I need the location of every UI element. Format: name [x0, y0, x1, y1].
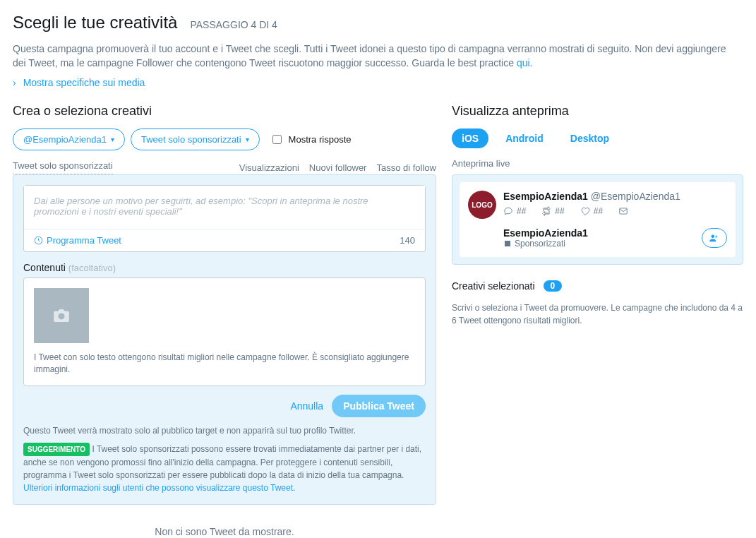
- account-dropdown[interactable]: @EsempioAzienda1 ▾: [13, 128, 125, 150]
- composer-panel: Programma Tweet 140 Contenuti (facoltati…: [13, 174, 436, 505]
- media-hint: I Tweet con solo testo ottengono risulta…: [34, 352, 415, 376]
- tweet-type-dropdown-label: Tweet solo sponsorizzati: [141, 134, 241, 145]
- account-dropdown-label: @EsempioAzienda1: [23, 134, 107, 145]
- chevron-right-icon: ›: [13, 77, 16, 88]
- reply-icon: [503, 206, 513, 216]
- preview-heading: Visualizza anteprima: [452, 104, 743, 119]
- external-icon: [503, 239, 512, 248]
- best-practices-link[interactable]: qui: [517, 57, 530, 68]
- tweet-textarea[interactable]: [24, 186, 425, 227]
- cancel-button[interactable]: Annulla: [290, 395, 323, 417]
- no-tweets-message: Non ci sono Tweet da mostrare.: [13, 505, 436, 538]
- publish-button[interactable]: Pubblica Tweet: [332, 395, 426, 417]
- show-replies-label: Mostra risposte: [289, 134, 352, 145]
- add-media-button[interactable]: [34, 288, 89, 343]
- preview-handle: @EsempioAzienda1: [591, 191, 680, 202]
- follow-button[interactable]: [702, 228, 727, 248]
- tip-link[interactable]: Ulteriori informazioni sugli utenti che …: [23, 483, 295, 493]
- contents-label: Contenuti: [23, 262, 66, 273]
- col-follow-rate[interactable]: Tasso di follow: [376, 162, 436, 173]
- preview-hint: Scrivi o seleziona i Tweet da promuovere…: [452, 301, 743, 327]
- live-preview-label: Anteprima live: [452, 158, 743, 169]
- description-text: Questa campagna promuoverà il tuo accoun…: [13, 43, 726, 68]
- page-title: Scegli le tue creatività: [13, 13, 177, 32]
- avatar: LOGO: [468, 191, 496, 219]
- retweet-action[interactable]: ##: [541, 206, 564, 216]
- svg-rect-1: [620, 208, 628, 214]
- selected-creatives-label: Creativi selezionati: [452, 280, 535, 292]
- schedule-tweet-link[interactable]: Programma Tweet: [34, 235, 121, 246]
- retweet-icon: [541, 206, 551, 216]
- page-description: Questa campagna promuoverà il tuo accoun…: [13, 42, 733, 70]
- chevron-down-icon: ▾: [246, 136, 249, 143]
- tab-ios[interactable]: iOS: [452, 128, 488, 148]
- sponsored-tag: Sponsorizzati: [515, 239, 565, 249]
- sponsored-name: EsempioAzienda1: [503, 227, 588, 239]
- tweet-preview: LOGO EsempioAzienda1 @EsempioAzienda1 ##…: [460, 182, 736, 257]
- chevron-down-icon: ▾: [111, 136, 114, 143]
- tab-android[interactable]: Android: [496, 128, 553, 148]
- tip-badge: SUGGERIMENTO: [23, 443, 90, 456]
- col-new-followers[interactable]: Nuovi follower: [309, 162, 367, 173]
- step-label: PASSAGGIO 4 DI 4: [190, 19, 277, 30]
- reply-action[interactable]: ##: [503, 206, 526, 216]
- tweet-type-dropdown[interactable]: Tweet solo sponsorizzati ▾: [131, 128, 260, 150]
- envelope-icon: [618, 206, 628, 216]
- camera-icon: [54, 309, 69, 322]
- clock-icon: [34, 236, 43, 245]
- media-specs-label: Mostra specifiche sui media: [23, 77, 145, 88]
- current-tab-label: Tweet solo sponsorizzati: [13, 160, 113, 174]
- like-action[interactable]: ##: [580, 206, 603, 216]
- selected-count-badge: 0: [544, 280, 563, 292]
- media-specs-toggle[interactable]: › Mostra specifiche sui media: [13, 77, 743, 88]
- preview-name: EsempioAzienda1: [503, 191, 588, 202]
- contents-optional: (facoltativo): [68, 263, 116, 273]
- char-count: 140: [400, 235, 415, 246]
- add-user-icon: [709, 234, 720, 242]
- show-replies-checkbox[interactable]: [272, 135, 282, 144]
- heart-icon: [580, 206, 590, 216]
- create-select-heading: Crea o seleziona creativi: [13, 104, 436, 119]
- message-action[interactable]: [618, 206, 628, 216]
- tab-desktop[interactable]: Desktop: [560, 128, 619, 148]
- schedule-tweet-label: Programma Tweet: [47, 235, 121, 246]
- target-note: Questo Tweet verrà mostrato solo al pubb…: [23, 426, 426, 436]
- col-views[interactable]: Visualizzazioni: [239, 162, 299, 173]
